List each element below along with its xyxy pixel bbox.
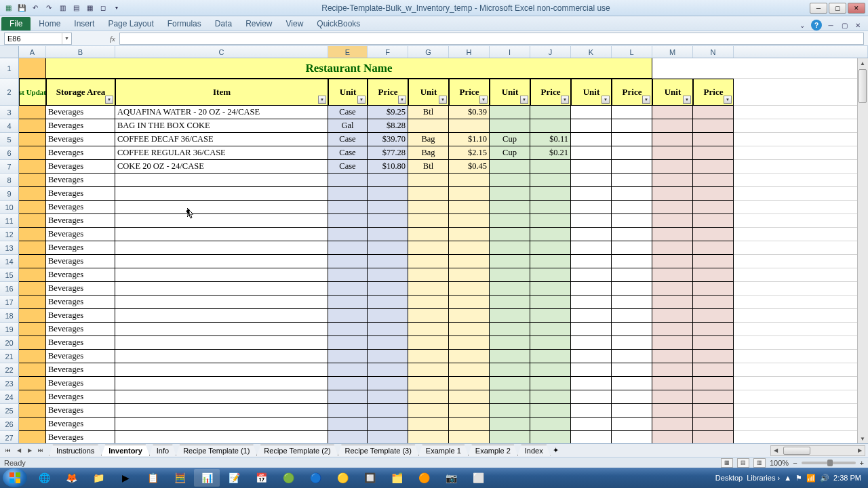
cell-storage[interactable]: Beverages [46, 323, 115, 336]
cell-price2[interactable]: $0.45 [449, 160, 490, 174]
cell-rest[interactable] [734, 336, 868, 350]
cell-price2[interactable] [449, 119, 490, 133]
cell-item[interactable] [115, 241, 328, 255]
row-header[interactable]: 14 [0, 255, 19, 268]
cell-price3[interactable] [530, 309, 571, 323]
cell-unit3[interactable] [490, 323, 530, 336]
cell-price4[interactable] [612, 336, 652, 350]
cell-price4[interactable] [612, 228, 652, 241]
cell-price4[interactable] [612, 309, 652, 323]
zoom-thumb[interactable] [827, 460, 833, 466]
cell-price3[interactable] [530, 228, 571, 241]
qat-icon-3[interactable]: ▦ [84, 3, 95, 14]
cell-price3[interactable] [530, 377, 571, 390]
taskbar-app-icon-5[interactable]: 🟡 [330, 469, 355, 487]
cell-price4[interactable] [612, 174, 652, 187]
cell-unit4[interactable] [571, 119, 612, 133]
cell-a[interactable] [19, 133, 46, 146]
cell-rest[interactable] [734, 377, 868, 390]
cell-unit2[interactable] [408, 241, 449, 255]
select-all-corner[interactable] [0, 46, 19, 58]
cell-storage[interactable]: Beverages [46, 241, 115, 255]
cell-unit3[interactable] [490, 187, 530, 201]
zoom-in-icon[interactable]: + [860, 459, 864, 467]
cell-a[interactable] [19, 201, 46, 214]
qat-icon-1[interactable]: ▥ [57, 3, 68, 14]
header-unit-5[interactable]: Unit▼ [652, 79, 693, 106]
cell-price5[interactable] [693, 228, 734, 241]
cell-item[interactable] [115, 309, 328, 323]
cell-unit3[interactable] [490, 296, 530, 309]
cell-storage[interactable]: Beverages [46, 418, 115, 431]
cell-unit2[interactable] [408, 363, 449, 377]
cell-unit2[interactable] [408, 201, 449, 214]
cell-item[interactable] [115, 201, 328, 214]
cell-price1[interactable] [368, 228, 408, 241]
tray-clock[interactable]: 2:38 PM [833, 474, 861, 482]
cell-unit5[interactable] [652, 174, 693, 187]
cell-price3[interactable] [530, 363, 571, 377]
header-price-3[interactable]: Price▼ [530, 79, 571, 106]
cell-price4[interactable] [612, 160, 652, 174]
cell-unit2[interactable]: Bag [408, 133, 449, 146]
cell-a[interactable] [19, 228, 46, 241]
col-header-a[interactable]: A [19, 46, 46, 58]
cell-price5[interactable] [693, 431, 734, 443]
sheet-nav-first-icon[interactable]: ⏮ [3, 445, 14, 456]
col-header-n[interactable]: N [693, 46, 734, 58]
cell-unit4[interactable] [571, 214, 612, 228]
cell-rest[interactable] [734, 119, 868, 133]
cell-unit5[interactable] [652, 160, 693, 174]
cell-unit5[interactable] [652, 119, 693, 133]
cell-price1[interactable]: $77.28 [368, 146, 408, 160]
vscroll-thumb[interactable] [859, 69, 867, 103]
row-header[interactable]: 9 [0, 187, 19, 201]
cell-a[interactable] [19, 160, 46, 174]
cell-storage[interactable]: Beverages [46, 160, 115, 174]
col-header-c[interactable]: C [115, 46, 328, 58]
cell-unit5[interactable] [652, 268, 693, 282]
cell-unit3[interactable]: Cup [490, 146, 530, 160]
cell-a[interactable] [19, 174, 46, 187]
cell-storage[interactable]: Beverages [46, 309, 115, 323]
cell-price3[interactable] [530, 241, 571, 255]
cell-rest-1[interactable] [652, 58, 868, 79]
cell-price2[interactable] [449, 255, 490, 268]
cell-unit5[interactable] [652, 282, 693, 296]
scroll-right-icon[interactable]: ▶ [855, 446, 865, 455]
cell-price5[interactable] [693, 160, 734, 174]
cell-price2[interactable] [449, 404, 490, 418]
filter-icon[interactable]: ▼ [105, 96, 113, 104]
taskbar-app-icon-2[interactable]: 🧮 [167, 469, 193, 487]
cell-storage[interactable]: Beverages [46, 350, 115, 363]
cell-rest[interactable] [734, 404, 868, 418]
col-header-j[interactable]: J [530, 46, 571, 58]
col-header-i[interactable]: I [490, 46, 530, 58]
cell-price1[interactable] [368, 214, 408, 228]
cell-rest[interactable] [734, 282, 868, 296]
cell-unit4[interactable] [571, 296, 612, 309]
cell-price4[interactable] [612, 323, 652, 336]
row-header[interactable]: 12 [0, 228, 19, 241]
cell-price1[interactable] [368, 336, 408, 350]
cell-price5[interactable] [693, 241, 734, 255]
sheet-tab[interactable]: Example 2 [468, 445, 518, 456]
cell-unit5[interactable] [652, 106, 693, 119]
cell-price5[interactable] [693, 377, 734, 390]
cell-a[interactable] [19, 268, 46, 282]
cell-unit4[interactable] [571, 350, 612, 363]
cell-unit4[interactable] [571, 390, 612, 404]
cell-item[interactable] [115, 228, 328, 241]
filter-icon[interactable]: ▼ [724, 96, 732, 104]
scroll-left-icon[interactable]: ◀ [771, 446, 781, 455]
sheet-nav-next-icon[interactable]: ▶ [24, 445, 35, 456]
cell-unit1[interactable]: Case [328, 106, 368, 119]
cell-price1[interactable] [368, 431, 408, 443]
cell-rest[interactable] [734, 146, 868, 160]
col-header-rest[interactable] [734, 46, 868, 58]
cell-unit4[interactable] [571, 201, 612, 214]
header-price-4[interactable]: Price▼ [612, 79, 652, 106]
cell-unit2[interactable] [408, 268, 449, 282]
cell-a[interactable] [19, 296, 46, 309]
cell-price1[interactable] [368, 282, 408, 296]
